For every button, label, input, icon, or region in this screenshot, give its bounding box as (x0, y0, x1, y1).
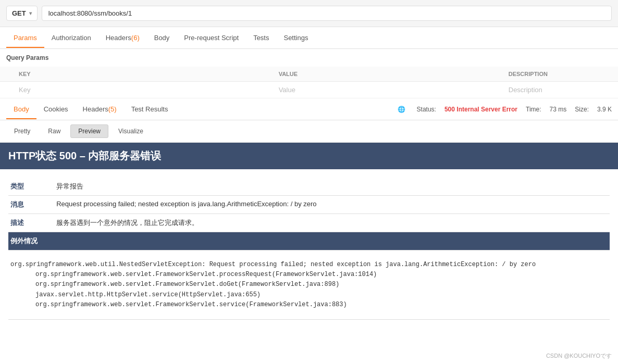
desc-cell[interactable]: Description (502, 82, 618, 98)
tab-prerequest[interactable]: Pre-request Script (177, 29, 246, 48)
desc-value: 服务器遇到一个意外的情况，阻止它完成请求。 (54, 214, 610, 232)
stack-trace-row: org.springframework.web.util.NestedServl… (8, 250, 610, 320)
desc-row: 描述 服务器遇到一个意外的情况，阻止它完成请求。 (8, 214, 610, 232)
request-tabs: Params Authorization Headers(6) Body Pre… (0, 27, 618, 49)
time-value: 73 ms (550, 106, 567, 113)
key-cell[interactable]: Key (13, 82, 273, 98)
response-tabs-bar: Body Cookies Headers(5) Test Results 🌐 S… (0, 98, 618, 120)
status-code: 500 Internal Server Error (444, 106, 517, 113)
desc-label: 描述 (8, 214, 54, 232)
url-bar: GET ▾ (0, 0, 618, 27)
exception-header-row: 例外情况 (8, 232, 610, 250)
view-tab-visualize[interactable]: Visualize (110, 124, 151, 138)
query-params-section: Query Params KEY VALUE DESCRIPTION Key V… (0, 49, 618, 98)
stack-line-2: org.springframework.web.servlet.Framewor… (10, 280, 608, 290)
table-row: Key Value Description (0, 82, 618, 98)
res-tab-test-results[interactable]: Test Results (124, 100, 176, 119)
tab-params[interactable]: Params (6, 29, 44, 48)
http-error-title: HTTP状态 500 – 内部服务器错误 (0, 143, 618, 169)
th-checkbox (0, 67, 13, 82)
message-value: Request processing failed; nested except… (54, 196, 610, 214)
view-tab-pretty[interactable]: Pretty (6, 124, 38, 138)
method-select[interactable]: GET ▾ (6, 6, 38, 21)
type-label: 类型 (8, 178, 54, 196)
stack-trace: org.springframework.web.util.NestedServl… (10, 255, 608, 315)
exception-header: 例外情况 (8, 232, 610, 250)
stack-line-4: org.springframework.web.servlet.Framewor… (10, 300, 608, 310)
res-tab-headers[interactable]: Headers(5) (76, 100, 124, 119)
tab-authorization[interactable]: Authorization (44, 29, 98, 48)
chevron-down-icon: ▾ (29, 10, 32, 16)
query-params-label: Query Params (0, 49, 618, 67)
tab-tests[interactable]: Tests (246, 29, 276, 48)
tab-body[interactable]: Body (147, 29, 177, 48)
res-tab-body[interactable]: Body (6, 100, 36, 119)
size-label: Size: (575, 106, 589, 113)
preview-content: HTTP状态 500 – 内部服务器错误 类型 异常报告 消息 Request … (0, 143, 618, 364)
th-value: VALUE (273, 67, 502, 82)
tab-headers[interactable]: Headers(6) (98, 29, 147, 48)
size-value: 3.9 K (597, 106, 612, 113)
row-checkbox (0, 82, 13, 98)
stack-trace-cell: org.springframework.web.util.NestedServl… (8, 250, 610, 320)
url-input[interactable] (42, 6, 612, 21)
message-label: 消息 (8, 196, 54, 214)
status-label: Status: (417, 106, 436, 113)
view-tab-raw[interactable]: Raw (40, 124, 68, 138)
tab-settings[interactable]: Settings (276, 29, 315, 48)
status-info: 🌐 Status: 500 Internal Server Error Time… (398, 106, 612, 113)
type-value: 异常报告 (54, 178, 610, 196)
method-label: GET (12, 9, 26, 17)
message-row: 消息 Request processing failed; nested exc… (8, 196, 610, 214)
view-tab-preview[interactable]: Preview (70, 124, 108, 138)
time-label: Time: (526, 106, 541, 113)
http-error-body: 类型 异常报告 消息 Request processing failed; ne… (0, 169, 618, 328)
type-row: 类型 异常报告 (8, 178, 610, 196)
stack-line-0: org.springframework.web.util.NestedServl… (10, 260, 608, 270)
th-key: KEY (13, 67, 273, 82)
params-table: KEY VALUE DESCRIPTION Key Value Descript… (0, 67, 618, 98)
value-cell[interactable]: Value (273, 82, 502, 98)
stack-line-3: javax.servlet.http.HttpServlet.service(H… (10, 290, 608, 300)
stack-line-1: org.springframework.web.servlet.Framewor… (10, 270, 608, 280)
res-tab-cookies[interactable]: Cookies (36, 100, 76, 119)
globe-icon: 🌐 (398, 106, 405, 113)
th-description: DESCRIPTION (502, 67, 618, 82)
watermark: CSDN @KOUCHIYOです (546, 352, 612, 360)
view-tabs: Pretty Raw Preview Visualize (0, 120, 618, 143)
